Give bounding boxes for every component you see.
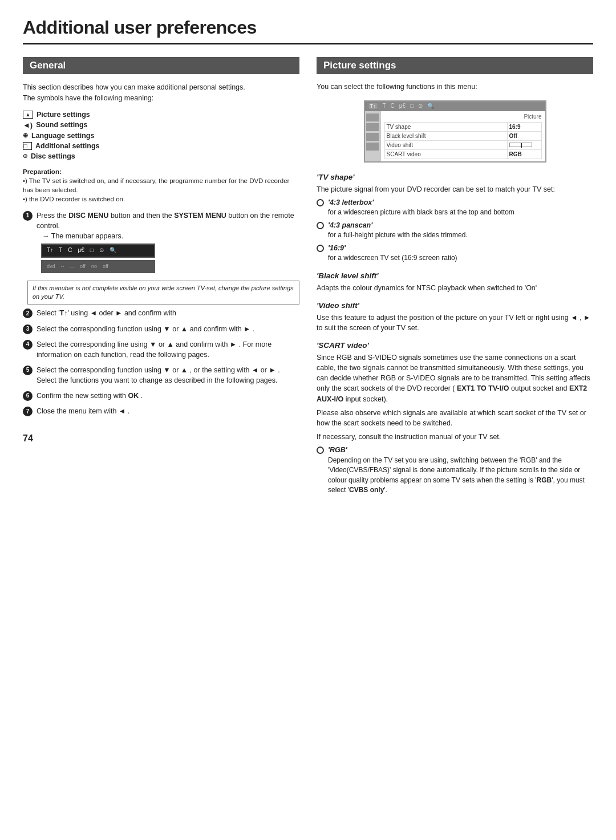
icon-box: □ [410, 103, 414, 110]
black-level-title: 'Black level shift' [317, 271, 593, 280]
scart-desc2: Please also observe which signals are av… [317, 408, 593, 428]
row-label-1: TV shape [384, 122, 507, 131]
row-label-2: Black level shift [384, 131, 507, 140]
menubar-values: dvd -- ... off no off [41, 260, 155, 273]
bullet-letterbox [317, 199, 324, 206]
tv-shape-intro: The picture signal from your DVD recorde… [317, 184, 593, 194]
title-rule [23, 43, 593, 44]
video-shift-desc: Use this feature to adjust the position … [317, 313, 593, 333]
step-num-4: 4 [23, 340, 33, 350]
option-panscan-content: '4:3 panscan' for a full-height picture … [328, 221, 468, 241]
step-2: 2 Select 'T↑' using ◄ oder ► and confirm… [23, 308, 299, 318]
video-shift-title: 'Video shift' [317, 301, 593, 310]
step-6-content: Confirm the new setting with OK . [37, 391, 299, 401]
step-num-5: 5 [23, 366, 33, 375]
step-num-6: 6 [23, 391, 33, 401]
symbol-list: ▲ Picture settings ◄) Sound settings ⊕ L… [23, 111, 299, 160]
language-icon: ⊕ [23, 132, 28, 139]
screen-icons: T↑ T C μ€ □ ⊙ 🔍 [368, 103, 542, 110]
table-row: Video shift [384, 140, 541, 149]
menubar-image: T↑ T C μ€ □ ⊙ 🔍 [41, 244, 155, 258]
option-letterbox-content: '4:3 letterbox' for a widescreen picture… [328, 198, 514, 218]
step-7: 7 Close the menu item with ◄ . [23, 406, 299, 416]
main-content: General This section describes how you c… [23, 57, 593, 498]
icon-t: T [383, 103, 386, 110]
icon-c: C [391, 103, 395, 110]
step-5: 5 Select the corresponding function usin… [23, 365, 299, 385]
row-value-3 [507, 140, 541, 149]
tv-shape-title: 'TV shape' [317, 173, 593, 181]
step-1-content: Press the DISC MENU button and then the … [37, 210, 299, 275]
symbol-disc: ⊙ Disc settings [23, 152, 299, 160]
general-intro: This section describes how you can make … [23, 82, 299, 104]
left-bar-item-2 [366, 123, 379, 131]
step-num-2: 2 [23, 309, 33, 318]
option-169-content: '16:9' for a widescreen TV set (16:9 scr… [328, 244, 457, 263]
pic-intro: You can select the following functions i… [317, 82, 593, 92]
169-desc: for a widescreen TV set (16:9 screen rat… [328, 254, 457, 262]
disc-icon: ⊙ [23, 153, 27, 159]
italic-note: If this menubar is not complete visible … [27, 281, 299, 305]
bullet-rgb [317, 447, 324, 454]
icon-pic: ⊙ [418, 103, 423, 110]
step-num-1: 1 [23, 211, 33, 221]
page-title: Additional user preferences [23, 17, 593, 38]
screen-table: TV shape 16:9 Black level shift Off Vide… [384, 122, 542, 159]
169-label: '16:9' [328, 244, 346, 252]
rgb-desc: Depending on the TV set you are using, s… [328, 456, 585, 494]
screen-topbar: T↑ T C μ€ □ ⊙ 🔍 [365, 102, 545, 111]
letterbox-desc: for a widescreen picture with black bars… [328, 208, 514, 216]
step-num-7: 7 [23, 407, 33, 416]
panscan-label: '4:3 panscan' [328, 221, 372, 229]
picture-icon: ▲ [23, 111, 33, 119]
menubar-arrow: → The menubar appears. [42, 231, 299, 241]
general-section: General This section describes how you c… [23, 57, 299, 444]
step-2-content: Select 'T↑' using ◄ oder ► and confirm w… [37, 308, 299, 318]
option-rgb-content: 'RGB' Depending on the TV set you are us… [328, 445, 593, 496]
scart-desc3: If necessary, consult the instruction ma… [317, 432, 593, 442]
bullet-panscan [317, 222, 324, 229]
left-bar-item-4 [366, 143, 379, 151]
preparation-label: Preparation: [23, 168, 299, 175]
icon-q: 🔍 [427, 103, 434, 110]
picture-screen-mockup: T↑ T C μ€ □ ⊙ 🔍 Picture [364, 100, 546, 163]
table-row: TV shape 16:9 [384, 122, 541, 131]
prep-line1: •) The TV set is switched on, and if nec… [23, 176, 299, 194]
panscan-desc: for a full-height picture with the sides… [328, 231, 468, 239]
picture-settings-section: Picture settings You can select the foll… [317, 57, 593, 498]
option-rgb: 'RGB' Depending on the TV set you are us… [317, 445, 593, 496]
symbol-picture: ▲ Picture settings [23, 111, 299, 119]
row-value-4: RGB [507, 149, 541, 159]
step-1: 1 Press the DISC MENU button and then th… [23, 210, 299, 275]
step-4: 4 Select the corresponding line using ▼ … [23, 339, 299, 360]
symbol-language: ⊕ Language settings [23, 132, 299, 140]
prep-line2: •) the DVD recorder is switched on. [23, 194, 299, 204]
page-number: 74 [23, 433, 299, 444]
row-value-1: 16:9 [507, 122, 541, 131]
step-4-content: Select the corresponding line using ▼ or… [37, 339, 299, 360]
picture-settings-header: Picture settings [317, 57, 593, 74]
letterbox-label: '4:3 letterbox' [328, 198, 374, 206]
symbol-sound: ◄) Sound settings [23, 121, 299, 129]
option-169: '16:9' for a widescreen TV set (16:9 scr… [317, 244, 593, 263]
screen-body: Picture TV shape 16:9 Black level shift … [365, 111, 545, 161]
bullet-169 [317, 245, 324, 252]
screen-title-row: Picture [384, 113, 542, 120]
step-num-3: 3 [23, 324, 33, 334]
step-3: 3 Select the corresponding function usin… [23, 324, 299, 334]
screen-left-bar [365, 111, 381, 161]
table-row: Black level shift Off [384, 131, 541, 140]
scart-desc1: Since RGB and S-VIDEO signals sometimes … [317, 352, 593, 404]
screen-main: Picture TV shape 16:9 Black level shift … [381, 111, 545, 161]
row-label-4: SCART video [384, 149, 507, 159]
step-7-content: Close the menu item with ◄ . [37, 406, 299, 416]
option-panscan: '4:3 panscan' for a full-height picture … [317, 221, 593, 241]
symbol-additional: □ Additional settings [23, 142, 299, 150]
icon-1: T↑ [368, 103, 378, 110]
preparation-box: Preparation: •) The TV set is switched o… [23, 168, 299, 204]
option-letterbox: '4:3 letterbox' for a widescreen picture… [317, 198, 593, 218]
sound-icon: ◄) [23, 121, 33, 129]
table-row: SCART video RGB [384, 149, 541, 159]
row-label-3: Video shift [384, 140, 507, 149]
step-3-content: Select the corresponding function using … [37, 324, 299, 334]
